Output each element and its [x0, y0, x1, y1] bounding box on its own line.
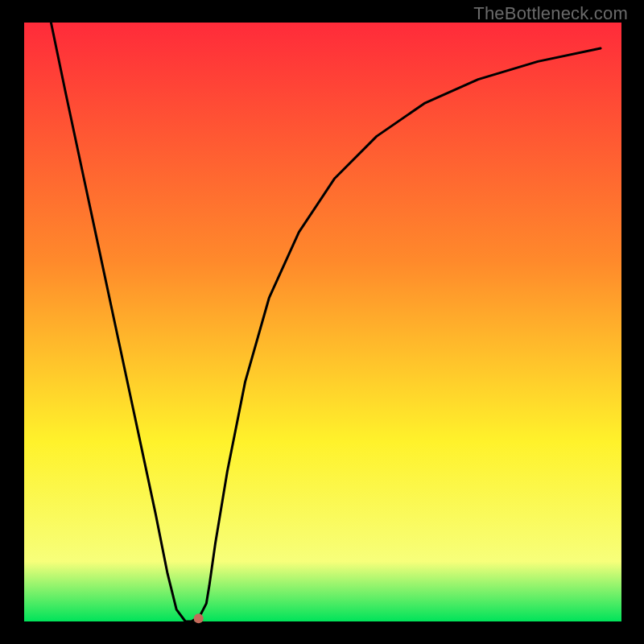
- optimal-point-marker: [194, 613, 204, 623]
- bottleneck-chart: [0, 0, 644, 644]
- chart-container: TheBottleneck.com: [0, 0, 644, 644]
- watermark-text: TheBottleneck.com: [473, 3, 628, 24]
